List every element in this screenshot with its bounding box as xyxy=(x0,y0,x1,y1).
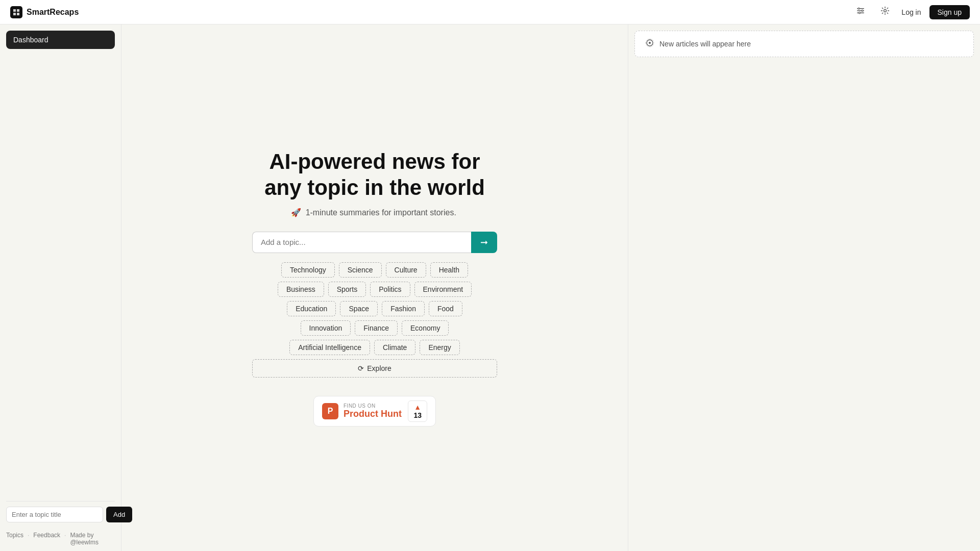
topic-chip-environment[interactable]: Environment xyxy=(414,282,472,297)
product-hunt-icon: P xyxy=(322,403,338,419)
topic-chip-ai[interactable]: Artificial Intelligence xyxy=(289,340,370,355)
navbar: SmartRecaps Log in xyxy=(0,0,980,24)
topic-chip-energy[interactable]: Energy xyxy=(420,340,459,355)
sidebar-input-row: Add xyxy=(6,507,115,522)
explore-button[interactable]: ⟳ Explore xyxy=(252,359,497,378)
topic-chip-economy[interactable]: Economy xyxy=(402,320,449,336)
main-content: AI-powered news for any topic in the wor… xyxy=(121,24,628,551)
topic-search-input[interactable] xyxy=(252,232,471,253)
hero-subtitle: 🚀 1-minute summaries for important stori… xyxy=(291,208,458,217)
product-hunt-number: 13 xyxy=(413,411,422,419)
login-link[interactable]: Log in xyxy=(901,8,921,16)
topic-chip-sports[interactable]: Sports xyxy=(328,282,366,297)
footer-dot2: · xyxy=(64,532,66,546)
topic-chip-space[interactable]: Space xyxy=(340,301,378,316)
app-logo[interactable]: SmartRecaps xyxy=(10,6,79,18)
topics-row-2: Business Sports Politics Environment xyxy=(252,282,497,297)
topic-chip-food[interactable]: Food xyxy=(429,301,462,316)
main-layout: Dashboard Add Topics · Feedback · Made b… xyxy=(0,24,980,551)
topic-chip-innovation[interactable]: Innovation xyxy=(301,320,351,336)
footer-dot1: · xyxy=(28,532,29,546)
signup-button[interactable]: Sign up xyxy=(929,5,970,19)
product-hunt-count: ▲ 13 xyxy=(408,400,427,422)
topic-chip-culture[interactable]: Culture xyxy=(386,262,426,278)
right-panel: New articles will appear here xyxy=(628,24,980,551)
sidebar-topic-input[interactable] xyxy=(6,507,103,522)
filter-icon xyxy=(856,6,865,18)
svg-point-6 xyxy=(859,12,861,14)
logo-icon xyxy=(10,6,22,18)
topics-row-3: Education Space Fashion Food xyxy=(252,301,497,316)
notice-icon xyxy=(645,38,654,49)
topics-row-5: Artificial Intelligence Climate Energy xyxy=(252,340,497,355)
arrow-right-icon: ➞ xyxy=(480,237,488,248)
notice-text: New articles will appear here xyxy=(659,40,751,48)
topics-row-4: Innovation Finance Economy xyxy=(252,320,497,336)
sidebar-item-dashboard[interactable]: Dashboard xyxy=(6,31,115,49)
topics-grid: Technology Science Culture Health Busine… xyxy=(252,262,497,378)
topic-chip-technology[interactable]: Technology xyxy=(281,262,335,278)
settings-icon xyxy=(880,6,890,18)
navbar-right: Log in Sign up xyxy=(852,4,970,20)
footer-madeby-link[interactable]: Made by @leewlms xyxy=(70,532,115,546)
svg-point-4 xyxy=(858,8,860,9)
upvote-arrow-icon: ▲ xyxy=(414,403,421,411)
svg-point-5 xyxy=(862,10,863,12)
product-hunt-find-label: FIND US ON xyxy=(344,403,403,409)
topic-search-button[interactable]: ➞ xyxy=(471,232,497,253)
subtitle-emoji: 🚀 xyxy=(291,208,301,217)
svg-point-8 xyxy=(649,42,651,44)
search-box: ➞ xyxy=(252,232,497,253)
topic-chip-finance[interactable]: Finance xyxy=(355,320,398,336)
topic-chip-health[interactable]: Health xyxy=(430,262,468,278)
sidebar: Dashboard Add Topics · Feedback · Made b… xyxy=(0,24,121,551)
hero-title: AI-powered news for any topic in the wor… xyxy=(264,149,485,201)
topic-chip-science[interactable]: Science xyxy=(339,262,382,278)
svg-rect-0 xyxy=(10,6,22,18)
sidebar-bottom: Add Topics · Feedback · Made by @leewlms xyxy=(6,501,115,551)
settings-icon-btn[interactable] xyxy=(877,4,893,20)
sidebar-footer: Topics · Feedback · Made by @leewlms xyxy=(6,528,115,551)
topic-chip-fashion[interactable]: Fashion xyxy=(382,301,425,316)
sidebar-top: Dashboard xyxy=(6,31,115,51)
filter-icon-btn[interactable] xyxy=(852,4,869,20)
articles-notice: New articles will appear here xyxy=(634,31,974,57)
app-name: SmartRecaps xyxy=(27,8,79,17)
explore-label: Explore xyxy=(367,364,391,372)
subtitle-text: 1-minute summaries for important stories… xyxy=(306,208,456,217)
topic-chip-education[interactable]: Education xyxy=(287,301,336,316)
svg-point-7 xyxy=(884,10,887,12)
topic-chip-politics[interactable]: Politics xyxy=(370,282,410,297)
footer-feedback-link[interactable]: Feedback xyxy=(33,532,60,546)
topic-chip-business[interactable]: Business xyxy=(278,282,324,297)
refresh-icon: ⟳ xyxy=(358,364,364,372)
topic-chip-climate[interactable]: Climate xyxy=(374,340,415,355)
product-hunt-name: Product Hunt xyxy=(344,409,403,419)
product-hunt-text: FIND US ON Product Hunt xyxy=(344,403,403,419)
topics-row-1: Technology Science Culture Health xyxy=(252,262,497,278)
product-hunt-badge[interactable]: P FIND US ON Product Hunt ▲ 13 xyxy=(313,396,436,427)
sidebar-input-area: Add xyxy=(6,501,115,528)
footer-topics-link[interactable]: Topics xyxy=(6,532,23,546)
